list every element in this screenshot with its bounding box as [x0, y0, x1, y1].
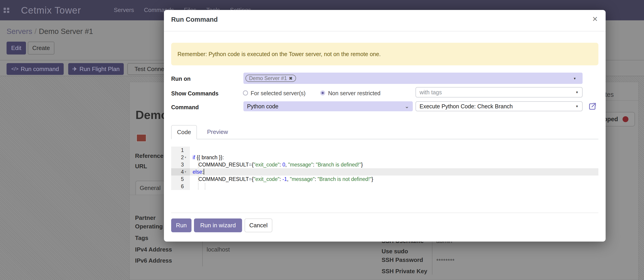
nav-item-servers[interactable]: Servers [114, 7, 134, 14]
external-link-icon[interactable] [588, 102, 597, 111]
run-flight-plan-button[interactable]: ✈ Run Flight Plan [68, 63, 124, 75]
sheet-divider [171, 213, 598, 213]
editor-line[interactable]: 1 [171, 147, 598, 154]
breadcrumb-servers-link[interactable]: Servers [6, 27, 32, 36]
code-editor[interactable]: 12▾if {{ branch }}:3 COMMAND_RESULT={"ex… [171, 147, 598, 190]
editor-line[interactable]: 5 COMMAND_RESULT={"exit_code": -1, "mess… [171, 176, 598, 183]
indent-guide [198, 176, 198, 182]
line-number-gutter: 4▾ [171, 168, 190, 176]
radio-for-selected-servers[interactable] [243, 90, 248, 95]
plane-icon: ✈ [72, 66, 77, 73]
header-divider [164, 31, 606, 32]
cancel-button[interactable]: Cancel [244, 218, 272, 232]
text-cursor [204, 169, 204, 175]
command-type-select[interactable]: Python code ⌄ [244, 101, 413, 111]
indent-guide [198, 183, 198, 190]
ipv4-label: IPv4 Address [135, 246, 172, 253]
tab-code[interactable]: Code [171, 125, 197, 139]
breadcrumb-separator: / [32, 27, 39, 36]
server-tag[interactable]: Demo Server #1 ✖ [246, 75, 296, 82]
notebook-tabs: Code Preview [171, 125, 598, 139]
screen: Cetmix Tower Servers Commands Files Tool… [0, 0, 644, 280]
ssh-private-key-label: SSH Private Key [382, 268, 427, 275]
line-number-gutter: 6 [171, 183, 190, 190]
show-commands-label: Show Commands [171, 90, 218, 97]
warning-alert-text: Remember: Python code is executed on the… [178, 51, 381, 57]
chevron-down-icon[interactable]: ▼ [573, 77, 576, 80]
chevron-down-icon: ⌄ [405, 105, 409, 107]
status-dot-icon [622, 116, 628, 122]
ssh-password-label: SSH Password [382, 256, 423, 263]
line-number-gutter: 2▾ [171, 154, 190, 161]
ssh-password-value: ******** [436, 257, 454, 264]
run-on-field[interactable]: Demo Server #1 ✖ ▼ [244, 73, 582, 84]
indent-guide [198, 162, 198, 168]
apps-grid-icon[interactable] [4, 8, 9, 13]
run-command-button[interactable]: </> Run command [6, 63, 64, 75]
editor-line[interactable]: 3 COMMAND_RESULT={"exit_code": 0, "messa… [171, 161, 598, 168]
fold-caret-icon[interactable]: ▾ [185, 168, 186, 176]
tag-remove-icon[interactable]: ✖ [289, 76, 292, 81]
brand-title: Cetmix Tower [21, 5, 81, 16]
line-number-gutter: 5 [171, 176, 190, 183]
editor-line[interactable]: 2▾if {{ branch }}: [171, 154, 598, 161]
ipv4-value: localhost [206, 246, 230, 253]
with-tags-select[interactable]: with tags ▼ [416, 87, 582, 97]
tags-label: Tags [135, 234, 148, 241]
indent-guide [205, 183, 205, 190]
create-button[interactable]: Create [28, 42, 54, 55]
breadcrumb-current: Demo Server #1 [39, 27, 93, 36]
line-number-gutter: 1 [171, 147, 190, 154]
editor-line[interactable]: 4▾else: [171, 168, 598, 176]
radio-for-selected-servers-label[interactable]: For selected server(s) [251, 90, 306, 97]
run-in-wizard-button[interactable]: Run in wizard [194, 218, 242, 232]
server-color-swatch[interactable] [136, 134, 146, 142]
fold-caret-icon[interactable]: ▾ [185, 154, 186, 161]
dialog-title: Run Command [171, 16, 218, 23]
chevron-down-icon: ▼ [575, 104, 578, 108]
tab-general[interactable]: General [136, 181, 165, 195]
run-on-label: Run on [171, 76, 190, 82]
line-number-gutter: 3 [171, 161, 190, 168]
run-button[interactable]: Run [171, 218, 192, 232]
command-label: Command [171, 104, 199, 111]
breadcrumb: Servers/Demo Server #1 [6, 27, 93, 36]
warning-alert: Remember: Python code is executed on the… [171, 43, 598, 65]
use-sudo-label: Use sudo [382, 248, 408, 255]
edit-button[interactable]: Edit [6, 42, 26, 55]
radio-non-server-restricted[interactable] [320, 90, 325, 95]
partner-label: Partner [135, 214, 156, 221]
chevron-down-icon: ▼ [575, 90, 578, 94]
ipv6-label: IPv6 Address [135, 257, 172, 264]
command-select[interactable]: Execute Python Code: Check Branch ▼ [416, 101, 582, 111]
run-command-dialog: Run Command ✕ Remember: Python code is e… [164, 10, 606, 241]
reference-label: Reference [135, 153, 164, 160]
radio-non-server-restricted-label[interactable]: Non server restricted [328, 90, 380, 97]
close-icon[interactable]: ✕ [592, 15, 598, 23]
code-brackets-icon: </> [11, 66, 18, 72]
url-label: URL [135, 163, 147, 170]
editor-line[interactable]: 6 [171, 183, 598, 190]
tab-preview[interactable]: Preview [204, 125, 231, 139]
